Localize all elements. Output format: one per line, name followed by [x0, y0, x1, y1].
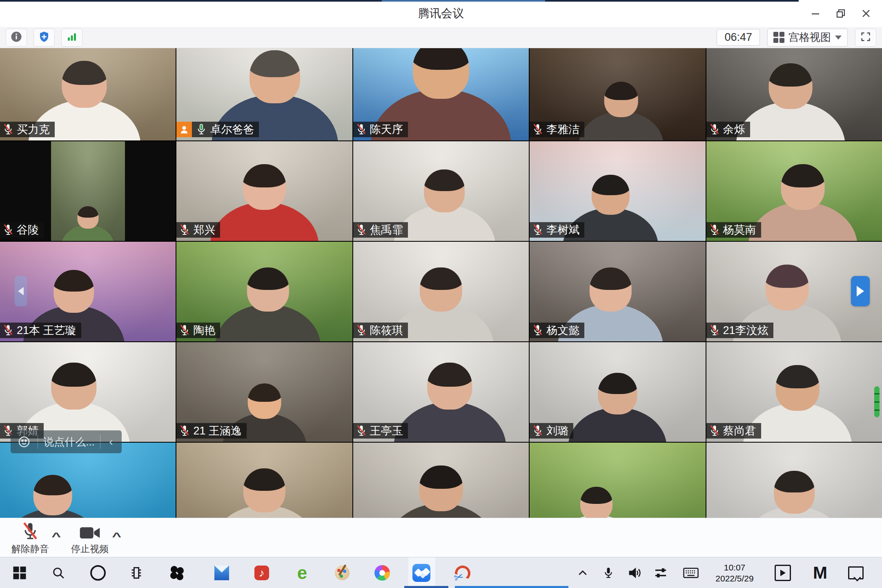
person-silhouette — [62, 206, 114, 241]
person-head — [247, 267, 289, 312]
tray-mixer-button[interactable] — [654, 566, 668, 580]
quick-chat-overlay[interactable]: 说点什么... ‹ — [11, 430, 122, 453]
previous-page-button[interactable] — [15, 276, 27, 306]
minimize-button[interactable] — [803, 0, 828, 27]
restore-button[interactable] — [828, 0, 853, 27]
participant-tile[interactable] — [530, 443, 705, 518]
person-silhouette — [556, 487, 637, 518]
tray-video-button[interactable] — [775, 565, 791, 581]
app-pinwheel-button[interactable] — [170, 566, 185, 580]
windows-logo-icon — [13, 567, 26, 579]
play-icon — [775, 565, 791, 581]
next-page-button[interactable] — [851, 276, 870, 306]
tencent-meeting-taskbar-button[interactable] — [412, 564, 430, 582]
participant-name: 陈筱琪 — [370, 323, 403, 338]
name-chip: 陈筱琪 — [353, 323, 408, 338]
close-button[interactable] — [853, 0, 879, 27]
muted-mic-icon — [532, 224, 543, 236]
participant-tile[interactable] — [353, 443, 529, 518]
participant-tile[interactable]: 杨莫南 — [706, 141, 882, 241]
person-silhouette — [210, 164, 319, 241]
colorful-browser-button[interactable] — [374, 565, 390, 581]
participant-tile[interactable]: 余烁 — [706, 48, 882, 140]
participant-tile[interactable]: 王亭玉 — [353, 342, 529, 442]
participant-tile[interactable] — [706, 443, 882, 518]
person-head — [413, 48, 469, 99]
video-options-caret[interactable]: ^ — [112, 530, 121, 543]
participant-name: 杨文懿 — [546, 323, 579, 338]
participant-tile[interactable]: 买力克 — [0, 48, 176, 140]
cortana-button[interactable] — [90, 565, 106, 581]
participant-tile[interactable]: 李雅洁 — [530, 48, 705, 140]
stop-video-label: 停止视频 — [71, 543, 109, 555]
name-chip: 买力克 — [0, 122, 55, 137]
paint-button[interactable] — [335, 566, 350, 580]
muted-mic-icon — [179, 324, 190, 336]
participant-tile[interactable]: 蔡尚君 — [706, 342, 882, 442]
audio-options-caret[interactable]: ^ — [51, 530, 61, 543]
name-chip: 李雅洁 — [530, 122, 584, 137]
meeting-toolbar: 06:47 宫格视图 — [0, 27, 882, 48]
participant-tile[interactable]: 谷陵 — [0, 141, 176, 241]
volume-level-indicator — [874, 386, 880, 417]
tray-m-app-button[interactable]: M — [813, 563, 826, 583]
name-chip: 蔡尚君 — [706, 423, 761, 439]
participant-name: 焦禹霏 — [370, 223, 403, 237]
person-head — [769, 63, 813, 109]
participant-tile[interactable]: 陶艳 — [176, 242, 352, 341]
tray-keyboard-button[interactable] — [683, 567, 699, 579]
participant-tile[interactable]: 郑兴 — [176, 141, 352, 241]
participant-tile[interactable]: 郭婧 — [0, 342, 176, 442]
unmute-button[interactable]: 解除静音 — [6, 521, 55, 555]
person-head — [765, 265, 809, 310]
network-status-button[interactable] — [61, 29, 82, 47]
action-center-button[interactable] — [848, 566, 864, 579]
participant-tile[interactable]: 陈天序 — [353, 48, 529, 140]
chevron-left-icon — [18, 287, 24, 295]
participant-name: 21本 王艺璇 — [17, 323, 76, 338]
person-head — [53, 270, 94, 313]
collapse-chat-icon[interactable]: ‹ — [100, 435, 122, 448]
participant-tile[interactable]: 卓尔爸爸 — [176, 48, 352, 140]
participant-tile[interactable]: 21 王涵逸 — [176, 342, 352, 442]
start-button[interactable] — [13, 567, 26, 579]
taskbar-clock[interactable]: 10:07 2022/5/29 — [715, 562, 753, 584]
security-button[interactable] — [33, 29, 55, 47]
participant-name: 陶艳 — [193, 323, 215, 338]
speaker-icon — [628, 566, 643, 579]
participant-tile[interactable]: 陈筱琪 — [353, 242, 529, 341]
muted-mic-icon — [709, 123, 720, 136]
view-mode-selector[interactable]: 宫格视图 — [767, 29, 848, 47]
participant-name: 21 王涵逸 — [193, 423, 242, 438]
participant-tile[interactable]: 焦禹霏 — [353, 141, 529, 241]
snipping-tool-button[interactable]: ✂ — [453, 565, 470, 581]
participant-tile[interactable] — [176, 443, 352, 518]
music-app-button[interactable]: ♪ — [254, 566, 269, 580]
participant-name: 卓尔爸爸 — [210, 122, 254, 137]
participant-tile[interactable] — [0, 443, 176, 518]
participant-name: 王亭玉 — [370, 423, 403, 438]
chat-input-placeholder[interactable]: 说点什么... — [38, 435, 100, 449]
fullscreen-button[interactable] — [855, 29, 876, 47]
tray-volume-button[interactable] — [628, 566, 643, 579]
tray-mic-button[interactable] — [603, 566, 614, 580]
name-chip: 李树斌 — [530, 222, 584, 238]
search-button[interactable] — [51, 566, 65, 580]
stop-video-button[interactable]: 停止视频 — [65, 521, 114, 555]
meeting-info-button[interactable] — [6, 29, 27, 47]
participant-name: 谷陵 — [17, 223, 39, 237]
person-silhouette — [394, 363, 506, 442]
name-chip: 郑兴 — [176, 222, 220, 238]
tencent-meeting-window: 腾讯会议 — [0, 0, 882, 588]
task-view-button[interactable] — [129, 566, 143, 580]
meeting-timer: 06:47 — [717, 29, 760, 46]
mail-button[interactable] — [214, 566, 229, 580]
muted-mic-icon — [532, 123, 543, 136]
participant-tile[interactable]: 杨文懿 — [530, 242, 705, 341]
emoji-icon[interactable] — [11, 435, 38, 448]
tray-expand-button[interactable] — [577, 569, 588, 577]
top-edge-strip — [0, 0, 799, 2]
browser-e-button[interactable]: e — [297, 563, 307, 583]
participant-tile[interactable]: 刘璐 — [530, 342, 705, 442]
participant-tile[interactable]: 李树斌 — [530, 141, 705, 241]
